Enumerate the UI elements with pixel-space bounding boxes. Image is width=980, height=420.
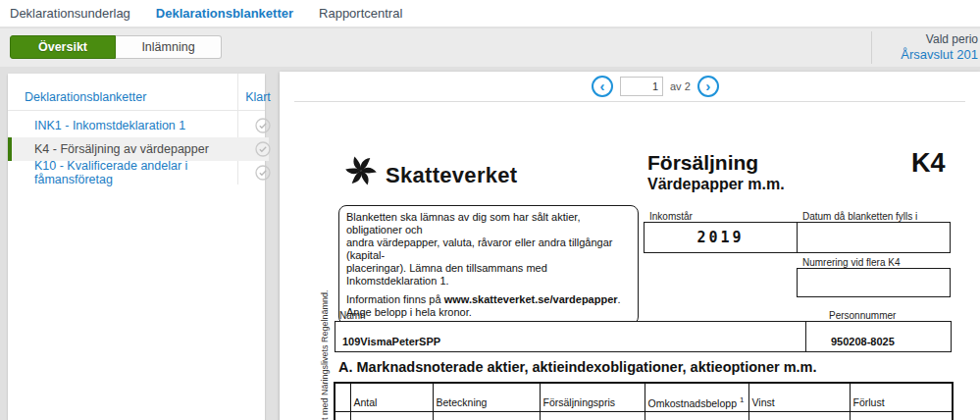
form-preview-panel: ‹ av 2 › Skatteverket	[280, 72, 980, 420]
agency-name: Skatteverket	[386, 163, 517, 188]
row-number-header	[335, 383, 350, 412]
page-count-label: av 2	[670, 80, 691, 92]
name-label: Namn	[339, 310, 366, 321]
page-number-input[interactable]	[620, 77, 663, 96]
info-last-line: Ange belopp i hela kronor.	[346, 306, 631, 319]
income-year-box: 2019	[644, 222, 798, 253]
form-info-box: Blanketten ska lämnas av dig som har sål…	[338, 205, 639, 325]
col-forlust: Förlust	[850, 383, 953, 412]
nav-rapportcentral[interactable]: Rapportcentral	[319, 6, 402, 21]
omkostnadsbelopp-cell: 12 000	[645, 412, 748, 420]
beteckning-cell: aaaa	[433, 412, 540, 420]
info-url: www.skatteverket.se/vardepapper	[444, 293, 618, 305]
section-a-title: A. Marknadsnoterade aktier, aktieindexob…	[338, 359, 817, 375]
view-segmented-control: Översikt Inlämning	[10, 35, 222, 59]
info-line: placeringar). Lämna den tillsammans med …	[346, 262, 631, 288]
name-box: 109VismaPeterSPP	[335, 321, 806, 352]
numbering-label: Numrering vid flera K4	[802, 257, 900, 268]
forsaljningspris-cell: 25 000	[540, 412, 645, 420]
sidebar-item-k10[interactable]: K10 - Kvalificerade andelar i fåmansföre…	[8, 161, 265, 184]
period-label: Vald perio	[870, 32, 978, 47]
form-margin-note: t med Näringslivets Regelnämnd.	[320, 281, 330, 420]
check-circle-icon	[255, 141, 271, 157]
info-suffix: .	[618, 293, 621, 305]
sidebar-title: Deklarationsblanketter	[25, 90, 146, 104]
next-page-button[interactable]: ›	[697, 76, 719, 97]
sidebar-item-label: K10 - Kvalificerade andelar i fåmansföre…	[8, 159, 265, 186]
personal-number-box: 950208-8025	[805, 321, 952, 352]
sidebar-header-divider	[8, 110, 265, 111]
nav-deklarationsblanketter[interactable]: Deklarationsblanketter	[156, 6, 293, 21]
sidebar-blanketter: Deklarationsblanketter Klart INK1 - Inko…	[8, 74, 265, 420]
selected-period: Vald perio Årsavslut 201	[870, 32, 978, 62]
date-filled-label: Datum då blanketten fylls i	[802, 211, 917, 222]
toolbar: Översikt Inlämning Vald perio Årsavslut …	[0, 28, 980, 67]
antal-cell: 100	[350, 412, 433, 420]
sidebar-item-ink1[interactable]: INK1 - Inkomstdeklaration 1	[8, 114, 265, 137]
form-code: K4	[911, 148, 946, 179]
nav-deklarationsunderlag[interactable]: Deklarationsunderlag	[10, 6, 130, 21]
check-circle-icon	[255, 165, 271, 181]
col-antal: Antal	[350, 383, 433, 412]
oversikt-button[interactable]: Översikt	[10, 35, 116, 59]
income-year-label: Inkomstår	[649, 211, 693, 222]
table-row: 1 100 aaaa 25 000 12 000 13 000	[335, 412, 953, 420]
sidebar-done-column-header: Klart	[243, 90, 273, 104]
period-value-link[interactable]: Årsavslut 201	[870, 47, 978, 62]
personal-number-label: Personnummer	[829, 310, 896, 321]
sidebar-item-label: K4 - Försäljning av värdepapper	[12, 142, 209, 156]
income-year-value: 2019	[645, 223, 797, 252]
inlamning-button[interactable]: Inlämning	[116, 35, 222, 59]
vinst-cell: 13 000	[748, 412, 850, 420]
col-beteckning: Beteckning	[433, 383, 540, 412]
previous-page-button[interactable]: ‹	[592, 76, 613, 97]
info-line: andra värdepapper, valuta, råvaror eller…	[346, 236, 631, 262]
k4-form-page: Skatteverket Försäljning Värdepapper m.m…	[280, 102, 980, 420]
col-omkostnadsbelopp: Omkostnadsbelopp 1	[645, 383, 748, 412]
sidebar-item-k4[interactable]: K4 - Försäljning av värdepapper	[8, 137, 269, 161]
check-circle-icon	[255, 118, 271, 133]
app-window: Deklarationsunderlag Deklarationsblanket…	[0, 0, 980, 420]
table-header-row: Antal Beteckning Försäljningspris Omkost…	[335, 383, 953, 412]
section-a-table: Antal Beteckning Försäljningspris Omkost…	[334, 382, 954, 420]
forlust-cell	[850, 412, 953, 420]
top-navigation: Deklarationsunderlag Deklarationsblanket…	[0, 0, 980, 27]
name-value: 109VismaPeterSPP	[342, 336, 440, 347]
skatteverket-logo-icon	[343, 153, 379, 192]
form-title-line1: Försäljning	[647, 151, 758, 175]
date-filled-box	[797, 222, 951, 253]
personal-number-value: 950208-8025	[831, 336, 895, 347]
info-line: Blanketten ska lämnas av dig som har sål…	[346, 211, 631, 236]
numbering-box	[797, 268, 951, 297]
page-navigator: ‹ av 2 ›	[592, 76, 719, 97]
row-number-cell: 1	[335, 412, 350, 420]
form-title-line2: Värdepapper m.m.	[647, 176, 785, 193]
col-vinst: Vinst	[748, 383, 850, 412]
sidebar-item-label: INK1 - Inkomstdeklaration 1	[8, 119, 185, 132]
info-prefix: Information finns på	[346, 293, 444, 305]
col-forsaljningspris: Försäljningspris	[540, 383, 645, 412]
footnote-marker: 1	[740, 395, 744, 404]
